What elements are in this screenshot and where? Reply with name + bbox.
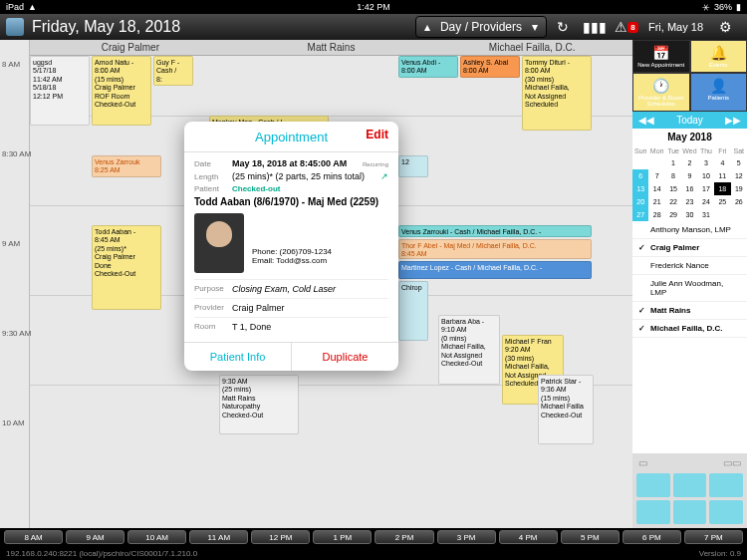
calendar-day[interactable]	[731, 208, 747, 221]
provider-header[interactable]: Michael Failla, D.C.	[431, 40, 632, 55]
room-cell[interactable]	[673, 500, 707, 524]
patient-info-button[interactable]: Patient Info	[184, 343, 292, 371]
quick-action-button[interactable]: 🔔Events	[690, 40, 748, 73]
calendar-day[interactable]: 8	[665, 169, 681, 182]
appointment-block[interactable]: Todd Aaban - 8:45 AM (25 mins)* Craig Pa…	[92, 225, 161, 310]
room-view-icon[interactable]: ▭	[638, 457, 647, 468]
provider-filter-item[interactable]: Frederick Nance	[632, 257, 747, 275]
appointment-block[interactable]: Amod Natu - 8:00 AM (15 mins) Craig Palm…	[92, 56, 151, 126]
calendar-day[interactable]: 22	[665, 195, 681, 208]
calendar-day[interactable]: 15	[665, 182, 681, 195]
appointment-block[interactable]: Tommy Dituri - 8:00 AM (30 mins) Michael…	[522, 56, 592, 131]
calendar-day[interactable]: 11	[714, 169, 730, 182]
appointment-block[interactable]: 9:30 AM (25 mins) Matt Rains Naturopathy…	[219, 375, 299, 434]
hour-button[interactable]: 1 PM	[313, 530, 372, 544]
appointment-block[interactable]: uggsd 5/17/18 11:42 AM 5/18/18 12:12 PM	[30, 56, 90, 126]
calendar-day[interactable]: 18	[714, 182, 730, 195]
appointment-block[interactable]: Thor F Abel - Maj Med / Michael Failla, …	[398, 239, 592, 259]
hour-button[interactable]: 4 PM	[499, 530, 558, 544]
cal-today-button[interactable]: Today	[676, 115, 703, 126]
mini-calendar[interactable]: SunMonTueWedThuFriSat1234567891011121314…	[632, 145, 747, 221]
patient-photo[interactable]	[194, 213, 244, 273]
quick-action-button[interactable]: 👤Patients	[690, 73, 748, 112]
refresh-icon[interactable]: ↻	[553, 17, 573, 37]
room-cell[interactable]	[709, 473, 743, 497]
hour-button[interactable]: 8 AM	[4, 530, 63, 544]
share-icon[interactable]: ↗	[380, 171, 388, 181]
quick-action-button[interactable]: 🕐Provider & Room Schedules	[632, 73, 690, 112]
hour-button[interactable]: 11 AM	[189, 530, 248, 544]
hour-button[interactable]: 6 PM	[622, 530, 681, 544]
toolbar-mini-date[interactable]: Fri, May 18	[648, 21, 703, 33]
calendar-day[interactable]: 26	[731, 195, 747, 208]
view-mode-selector[interactable]: Day / Providers	[415, 16, 547, 38]
appointment-block[interactable]: Venus Abdi - 8:00 AM	[398, 56, 458, 78]
calendar-day[interactable]: 9	[681, 169, 697, 182]
hour-button[interactable]: 12 PM	[251, 530, 310, 544]
appointment-block[interactable]: Ashley S. Abal 8:00 AM	[460, 56, 520, 78]
calendar-day[interactable]: 13	[632, 182, 648, 195]
quick-action-button[interactable]: 📅New Appointment	[632, 40, 690, 73]
calendar-day[interactable]	[648, 156, 664, 169]
calendar-day[interactable]: 23	[681, 195, 697, 208]
hour-button[interactable]: 3 PM	[437, 530, 496, 544]
calendar-day[interactable]: 1	[665, 156, 681, 169]
calendar-day[interactable]: 12	[731, 169, 747, 182]
calendar-day[interactable]: 27	[632, 208, 648, 221]
provider-header[interactable]: Craig Palmer	[30, 40, 231, 55]
app-logo-icon[interactable]	[6, 18, 24, 36]
appointment-block[interactable]: Chirop	[398, 281, 428, 341]
calendar-day[interactable]: 30	[681, 208, 697, 221]
calendar-day[interactable]: 3	[698, 156, 714, 169]
room-list-icon[interactable]: ▭▭	[723, 457, 741, 468]
appointment-block[interactable]: Patrick Star - 9:36 AM (15 mins) Michael…	[538, 375, 594, 444]
appointment-block[interactable]: Venus Zarrouki - Cash / Michael Failla, …	[398, 225, 592, 237]
hour-button[interactable]: 5 PM	[561, 530, 620, 544]
provider-filter-item[interactable]: ✓Craig Palmer	[632, 239, 747, 257]
cal-prev-icon[interactable]: ◀◀	[638, 115, 654, 126]
calendar-day[interactable]	[632, 156, 648, 169]
calendar-day[interactable]: 24	[698, 195, 714, 208]
calendar-day[interactable]	[714, 208, 730, 221]
appointment-block[interactable]: Venus Zarrouk 8:25 AM	[92, 155, 161, 177]
appointment-block[interactable]: 12	[398, 155, 428, 177]
calendar-day[interactable]: 17	[698, 182, 714, 195]
calendar-day[interactable]: 14	[648, 182, 664, 195]
calendar-day[interactable]: 31	[698, 208, 714, 221]
calendar-day[interactable]: 16	[681, 182, 697, 195]
calendar-day[interactable]: 4	[714, 156, 730, 169]
cal-next-icon[interactable]: ▶▶	[725, 115, 741, 126]
appointment-block[interactable]: Martinez Lopez - Cash / Michael Failla, …	[398, 261, 592, 279]
appointment-block[interactable]: Guy F - Cash / 8:	[153, 56, 193, 86]
alert-icon[interactable]: ⚠8	[617, 17, 636, 37]
provider-filter-item[interactable]: ✓Michael Failla, D.C.	[632, 320, 747, 338]
room-cell[interactable]	[673, 473, 707, 497]
provider-filter-item[interactable]: Anthony Manson, LMP	[632, 221, 747, 239]
calendar-day[interactable]: 7	[648, 169, 664, 182]
room-cell[interactable]	[636, 500, 670, 524]
calendar-day[interactable]: 25	[714, 195, 730, 208]
calendar-day[interactable]: 21	[648, 195, 664, 208]
calendar-day[interactable]: 10	[698, 169, 714, 182]
calendar-day[interactable]: 2	[681, 156, 697, 169]
calendar-day[interactable]: 19	[731, 182, 747, 195]
provider-filter-list[interactable]: Anthony Manson, LMP✓Craig PalmerFrederic…	[632, 221, 747, 453]
room-cell[interactable]	[636, 473, 670, 497]
room-cell[interactable]	[709, 500, 743, 524]
appointment-block[interactable]: Barbara Aba - 9:10 AM (0 mins) Michael F…	[438, 315, 500, 385]
calendar-day[interactable]: 29	[665, 208, 681, 221]
stats-icon[interactable]: ▮▮▮	[585, 17, 605, 37]
calendar-day[interactable]: 28	[648, 208, 664, 221]
hour-button[interactable]: 2 PM	[374, 530, 433, 544]
hour-button[interactable]: 10 AM	[127, 530, 186, 544]
hour-button[interactable]: 9 AM	[66, 530, 124, 544]
room-grid[interactable]: ▭▭▭	[632, 453, 747, 528]
provider-filter-item[interactable]: ✓Matt Rains	[632, 302, 747, 320]
calendar-day[interactable]: 20	[632, 195, 648, 208]
provider-header[interactable]: Matt Rains	[231, 40, 432, 55]
gear-icon[interactable]: ⚙	[715, 17, 735, 37]
provider-filter-item[interactable]: Julie Ann Woodman, LMP	[632, 275, 747, 302]
edit-button[interactable]: Edit	[366, 128, 388, 141]
duplicate-button[interactable]: Duplicate	[292, 343, 398, 371]
calendar-day[interactable]: 5	[731, 156, 747, 169]
